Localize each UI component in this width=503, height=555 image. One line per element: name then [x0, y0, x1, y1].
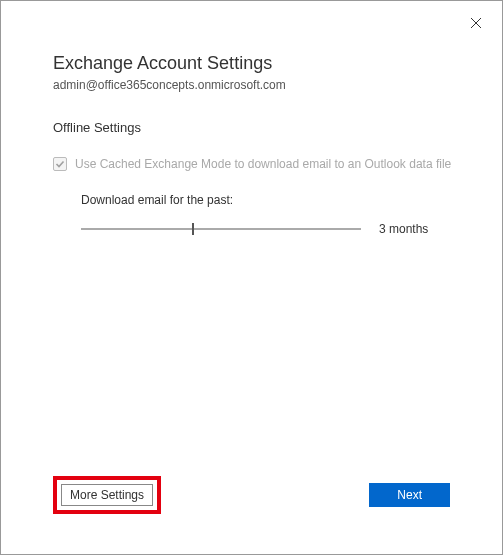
- more-settings-highlight: More Settings: [53, 476, 161, 514]
- cached-mode-checkbox: [53, 157, 67, 171]
- slider-track-line: [81, 228, 361, 230]
- slider-row: 3 months: [81, 221, 458, 237]
- offline-section-label: Offline Settings: [53, 120, 458, 135]
- cached-mode-row: Use Cached Exchange Mode to download ema…: [53, 157, 458, 171]
- slider-value-label: 3 months: [379, 222, 428, 236]
- more-settings-button[interactable]: More Settings: [61, 484, 153, 506]
- cached-mode-label: Use Cached Exchange Mode to download ema…: [75, 157, 451, 171]
- close-icon: [470, 17, 482, 29]
- checkmark-icon: [55, 159, 65, 169]
- page-title: Exchange Account Settings: [53, 53, 458, 74]
- slider-thumb[interactable]: [192, 223, 194, 235]
- slider-label: Download email for the past:: [81, 193, 458, 207]
- next-button[interactable]: Next: [369, 483, 450, 507]
- dialog-footer: More Settings Next: [1, 476, 502, 514]
- account-email: admin@office365concepts.onmicrosoft.com: [53, 78, 458, 92]
- dialog-content: Exchange Account Settings admin@office36…: [1, 1, 502, 257]
- close-button[interactable]: [462, 9, 490, 37]
- download-range-slider[interactable]: [81, 221, 361, 237]
- slider-section: Download email for the past: 3 months: [53, 193, 458, 237]
